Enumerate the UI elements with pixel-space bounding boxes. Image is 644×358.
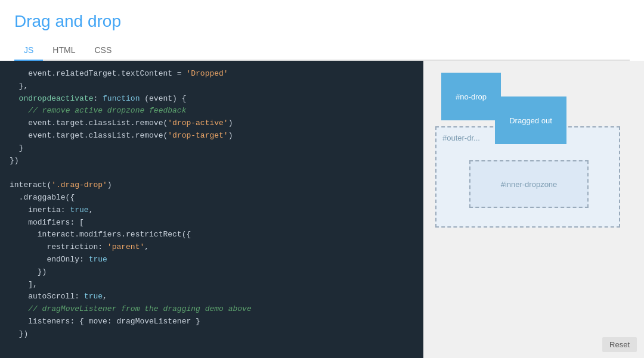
reset-button[interactable]: Reset bbox=[602, 337, 637, 352]
code-line: event.relatedTarget.textContent = 'Dropp… bbox=[0, 68, 423, 80]
outer-dropzone-label: #outer-dr... bbox=[442, 133, 480, 142]
code-line: } bbox=[0, 142, 423, 155]
page-title: Drag and drop bbox=[14, 12, 630, 31]
code-line: restriction: 'parent', bbox=[0, 241, 423, 254]
code-line: inertia: true, bbox=[0, 204, 423, 217]
code-line: autoScroll: true, bbox=[0, 291, 423, 303]
code-line: // dragMoveListener from the dragging de… bbox=[0, 303, 423, 316]
code-line: event.target.classList.remove('drop-targ… bbox=[0, 130, 423, 142]
code-line: }) bbox=[0, 266, 423, 279]
tab-js[interactable]: JS bbox=[14, 41, 43, 61]
code-line bbox=[0, 167, 423, 179]
code-line: event.target.classList.remove('drop-acti… bbox=[0, 117, 423, 130]
code-line: modifiers: [ bbox=[0, 217, 423, 229]
tabs-bar: JS HTML CSS bbox=[14, 41, 630, 61]
code-line: // remove active dropzone feedback bbox=[0, 105, 423, 117]
no-drop-label: #no-drop bbox=[456, 92, 487, 101]
code-line: }) bbox=[0, 155, 423, 167]
code-line: interact.modifiers.restrictRect({ bbox=[0, 229, 423, 241]
page-header: Drag and drop JS HTML CSS bbox=[0, 0, 644, 61]
inner-dropzone-label: #inner-dropzone bbox=[501, 180, 558, 189]
page-container: Drag and drop JS HTML CSS event.relatedT… bbox=[0, 0, 644, 358]
code-line: .draggable({ bbox=[0, 192, 423, 204]
code-line: listeners: { move: dragMoveListener } bbox=[0, 316, 423, 328]
inner-dropzone[interactable]: #inner-dropzone bbox=[469, 160, 589, 208]
dragged-out-label: Dragged out bbox=[509, 116, 552, 125]
dragged-out-box[interactable]: Dragged out bbox=[495, 96, 566, 144]
code-line: endOnly: true bbox=[0, 254, 423, 266]
demo-panel: #no-drop Dragged out #outer-dr... #inner… bbox=[423, 61, 644, 358]
code-line: ondropdeactivate: function (event) { bbox=[0, 93, 423, 105]
code-line: interact('.drag-drop') bbox=[0, 179, 423, 192]
code-panel[interactable]: event.relatedTarget.textContent = 'Dropp… bbox=[0, 61, 423, 358]
content-area: event.relatedTarget.textContent = 'Dropp… bbox=[0, 61, 644, 358]
tab-html[interactable]: HTML bbox=[43, 41, 85, 61]
code-line: }) bbox=[0, 328, 423, 341]
code-line: }, bbox=[0, 80, 423, 93]
no-drop-box[interactable]: #no-drop bbox=[441, 73, 501, 120]
code-line: ], bbox=[0, 279, 423, 291]
tab-css[interactable]: CSS bbox=[85, 41, 121, 61]
